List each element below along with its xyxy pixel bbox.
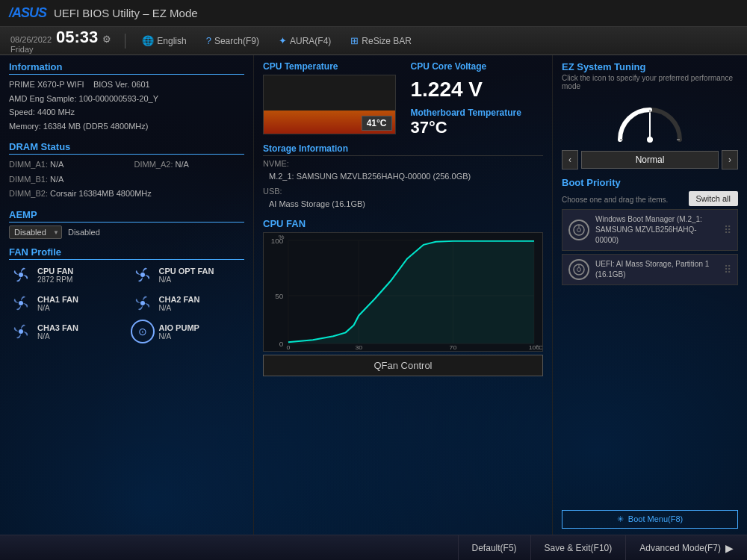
cpu-opt-fan-icon (131, 263, 155, 287)
mb-temp-title: Motherboard Temperature (411, 108, 544, 118)
fan-cha3: CHA3 FAN N/A (9, 320, 123, 343)
fan-chart-svg: 100 50 0 % 0 30 70 100 °C (264, 233, 542, 351)
ez-mode-display: Normal (581, 151, 719, 169)
qfan-control-button[interactable]: QFan Control (263, 355, 543, 376)
center-panel: CPU Temperature 41°C CPU Core Voltage 1.… (254, 55, 553, 535)
header: /ASUS UEFI BIOS Utility – EZ Mode (0, 0, 747, 27)
time: 05:33 (56, 28, 98, 47)
board-info: PRIME X670-P WIFI BIOS Ver. 0601 (9, 78, 244, 92)
cpu-opt-fan-name: CPU OPT FAN (159, 267, 214, 276)
storage-nvme-label: NVME: (263, 159, 543, 168)
date: 08/26/2022 (10, 35, 52, 44)
svg-point-4 (19, 329, 23, 334)
svg-point-1 (140, 273, 145, 277)
aura-button[interactable]: ✦ AURA(F4) (276, 34, 334, 48)
boot-priority-title: Boot Priority (562, 177, 738, 188)
dram-section: DRAM Status DIMM_A1: N/A DIMM_A2: N/A DI… (9, 141, 244, 202)
cpu-fan-chart: 100 50 0 % 0 30 70 100 °C (263, 232, 543, 352)
ez-title: EZ System Tuning (562, 61, 738, 72)
cha2-fan-value: N/A (159, 304, 200, 312)
svg-point-3 (140, 301, 145, 305)
fan-grid: CPU FAN 2872 RPM (9, 263, 244, 343)
aio-pump-icon: ⊙ (131, 320, 155, 343)
svg-point-2 (19, 301, 23, 305)
performance-gauge-icon (613, 95, 687, 147)
resize-bar-button[interactable]: ⊞ ReSize BAR (347, 34, 415, 48)
cpu-fan-icon (9, 263, 33, 287)
memory-info: Memory: 16384 MB (DDR5 4800MHz) (9, 119, 244, 134)
cha3-fan-value: N/A (37, 332, 78, 340)
aura-label: AURA(F4) (290, 36, 331, 46)
ez-next-button[interactable]: › (722, 150, 738, 169)
cpu-temp-bar: 41°C (263, 75, 396, 134)
storage-section: Storage Information NVME: M.2_1: SAMSUNG… (263, 143, 543, 212)
advanced-mode-button[interactable]: Advanced Mode(F7) ▶ (625, 535, 747, 560)
cha3-fan-icon (9, 320, 33, 343)
dram-a2: DIMM_A2: N/A (134, 158, 245, 172)
fan-cpu: CPU FAN 2872 RPM (9, 263, 123, 287)
search-icon: ? (206, 35, 211, 46)
fan-cpu-opt: CPU OPT FAN N/A (131, 263, 245, 287)
ez-prev-button[interactable]: ‹ (562, 150, 578, 169)
cpu-fan-rpm: 2872 RPM (37, 276, 73, 284)
boot-item-2-label: UEFI: AI Mass Storage, Partition 1 (16.1… (595, 259, 718, 280)
svg-text:50: 50 (275, 292, 283, 299)
svg-point-0 (19, 273, 23, 277)
fan-profile-section: FAN Profile (9, 246, 244, 343)
fan-cha1: CHA1 FAN N/A (9, 291, 123, 315)
svg-point-32 (577, 268, 581, 272)
svg-point-29 (577, 228, 581, 232)
resize-label: ReSize BAR (362, 36, 412, 46)
gear-icon[interactable]: ⚙ (102, 34, 111, 45)
storage-usb-label: USB: (263, 187, 543, 196)
fan-aio-pump: ⊙ AIO PUMP N/A (131, 320, 245, 343)
cpu-fan-chart-title: CPU FAN (263, 218, 543, 229)
boot-item-1[interactable]: Windows Boot Manager (M.2_1: SAMSUNG MZV… (562, 209, 738, 251)
cha2-fan-name: CHA2 FAN (159, 295, 200, 304)
svg-text:30: 30 (355, 343, 362, 350)
save-exit-button[interactable]: Save & Exit(F10) (530, 535, 626, 560)
aemp-select-wrapper[interactable]: Disabled Profile 1 Profile 2 (9, 225, 62, 239)
day: Friday (10, 45, 52, 54)
boot-menu-icon: ✳ (617, 514, 624, 523)
ez-tuning-section: EZ System Tuning Click the icon to speci… (562, 61, 738, 169)
storage-nvme-item: M.2_1: SAMSUNG MZVLB256HAHQ-00000 (256.0… (269, 169, 543, 184)
dram-a1: DIMM_A1: N/A (9, 158, 120, 172)
svg-point-24 (647, 137, 653, 143)
cpu-voltage-title: CPU Core Voltage (411, 61, 544, 72)
drag-handle-2-icon: ⠿ (724, 264, 731, 276)
right-spacer (562, 293, 738, 503)
svg-text:°C: °C (536, 343, 542, 350)
ez-gauge[interactable] (562, 95, 738, 147)
footer: Default(F5) Save & Exit(F10) Advanced Mo… (0, 535, 747, 560)
aemp-section: AEMP Disabled Profile 1 Profile 2 Disabl… (9, 209, 244, 239)
switch-all-button[interactable]: Switch all (689, 191, 738, 206)
boot-priority-section: Boot Priority Choose one and drag the it… (562, 177, 738, 285)
aio-pump-value: N/A (159, 332, 199, 340)
ez-subtitle: Click the icon to specify your preferred… (562, 74, 738, 90)
bios-title: UEFI BIOS Utility – EZ Mode (54, 7, 198, 19)
storage-usb-item: AI Mass Storage (16.1GB) (269, 197, 543, 212)
datetime: 08/26/2022 Friday 05:33 ⚙ (10, 28, 111, 53)
boot-item-2[interactable]: UEFI: AI Mass Storage, Partition 1 (16.1… (562, 254, 738, 285)
sample-info: AMD Eng Sample: 100-000000593-20_Y (9, 92, 244, 106)
speed-info: Speed: 4400 MHz (9, 105, 244, 119)
cpu-temp-section: CPU Temperature 41°C (263, 61, 396, 137)
aemp-select[interactable]: Disabled Profile 1 Profile 2 (9, 225, 62, 239)
search-button[interactable]: ? Search(F9) (203, 34, 262, 48)
svg-text:%: % (279, 233, 285, 240)
svg-text:70: 70 (450, 343, 457, 350)
language-label: English (157, 36, 186, 46)
cha3-fan-name: CHA3 FAN (37, 323, 78, 332)
cpu-fan-chart-section: CPU FAN 100 (263, 218, 543, 529)
fan-profile-title: FAN Profile (9, 246, 244, 260)
fan-cha2: CHA2 FAN N/A (131, 291, 245, 315)
boot-menu-button[interactable]: ✳ Default(F5) Boot Menu(F8) (562, 510, 738, 529)
default-button[interactable]: Default(F5) (458, 535, 530, 560)
language-button[interactable]: 🌐 English (139, 34, 189, 48)
aura-icon: ✦ (279, 35, 287, 46)
dram-b2: DIMM_B2: Corsair 16384MB 4800MHz (9, 187, 244, 202)
ez-controls: ‹ Normal › (562, 150, 738, 169)
dram-title: DRAM Status (9, 141, 244, 155)
cha1-fan-icon (9, 291, 33, 315)
